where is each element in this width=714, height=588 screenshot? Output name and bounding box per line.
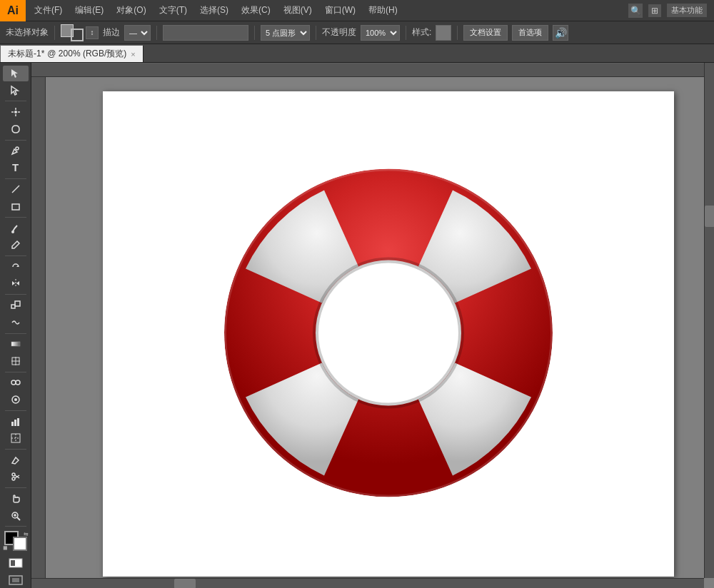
tool-sep-5 (5, 255, 26, 256)
doc-settings-button[interactable]: 文档设置 (463, 25, 508, 41)
slice-tool[interactable] (3, 430, 29, 446)
chart-tool[interactable] (3, 414, 29, 430)
canvas-paper (103, 91, 674, 577)
menu-window[interactable]: 窗口(W) (319, 1, 361, 19)
tab-info: @ 200% (RGB/预览) (47, 48, 126, 60)
svg-line-32 (17, 517, 20, 520)
scrollbar-thumb-h[interactable] (174, 579, 196, 588)
ai-logo[interactable]: Ai (0, 0, 26, 21)
separator-2 (156, 26, 157, 40)
svg-point-28 (12, 477, 15, 480)
mesh-tool[interactable] (3, 353, 29, 369)
scissors-tool[interactable] (3, 470, 29, 485)
type-tool[interactable]: T (3, 160, 29, 176)
lifepreserver-container (210, 155, 567, 514)
tool-sep-8 (5, 372, 26, 372)
pen-tool[interactable] (3, 143, 29, 158)
color-switcher: ⇆ ◼ (3, 531, 29, 551)
separator-1 (54, 26, 55, 40)
svg-rect-36 (11, 560, 15, 566)
tab-close-button[interactable]: × (131, 50, 135, 59)
options-bar: 未选择对象 ↕ 描边 — 5 点圆形 不透明度 100% 样式: 文档设置 首选… (0, 21, 714, 44)
warp-tool[interactable] (3, 315, 29, 330)
tab-title: 未标题-1* (8, 48, 44, 60)
menu-view[interactable]: 视图(V) (278, 1, 318, 19)
color-fg-bg (61, 24, 84, 41)
select-tool[interactable] (3, 66, 29, 81)
rect-tool[interactable] (3, 198, 29, 214)
type-icon: T (12, 161, 19, 173)
svg-rect-13 (11, 342, 20, 346)
scale-tool[interactable] (3, 298, 29, 313)
scrollbar-vertical[interactable] (704, 63, 714, 578)
tool-sep-1 (5, 101, 26, 101)
swap-colors-icon[interactable]: ⇆ (24, 531, 29, 537)
svg-rect-22 (14, 420, 16, 426)
speaker-icon[interactable]: 🔊 (553, 25, 568, 41)
zoom-tool[interactable] (3, 508, 29, 524)
rotate-tool[interactable] (3, 259, 29, 275)
default-colors-icon[interactable]: ◼ (3, 544, 8, 551)
tool-sep-7 (5, 333, 26, 334)
opacity-label: 不透明度 (322, 26, 356, 39)
search-icon[interactable]: 🔍 (628, 4, 643, 18)
scrollbar-horizontal[interactable] (31, 578, 704, 588)
background-color[interactable] (13, 537, 27, 551)
lifepreserver-svg (210, 155, 567, 512)
ruler-horizontal (31, 63, 704, 77)
scrollbar-thumb-v[interactable] (705, 206, 714, 227)
menu-edit[interactable]: 编辑(E) (69, 1, 109, 19)
tab-bar: 未标题-1* @ 200% (RGB/预览) × (0, 44, 714, 63)
workspace-selector[interactable]: 基本功能 (667, 4, 707, 17)
preferences-button[interactable]: 首选项 (512, 25, 548, 41)
separator-4 (316, 26, 316, 40)
eraser-tool[interactable] (3, 452, 29, 468)
menu-effect[interactable]: 效果(C) (236, 1, 276, 19)
opacity-select[interactable]: 100% (361, 25, 400, 41)
tool-sep-9 (5, 410, 26, 411)
main-layout: T (0, 63, 714, 588)
magic-wand-tool[interactable] (3, 104, 29, 120)
menu-type[interactable]: 文字(T) (154, 1, 193, 19)
tool-sep-10 (5, 449, 26, 450)
grid-icon[interactable]: ⊞ (648, 4, 661, 17)
tool-sep-2 (5, 140, 26, 141)
style-swatch[interactable] (436, 25, 451, 41)
stroke-select[interactable]: — (124, 25, 151, 41)
stroke-value-input[interactable] (163, 25, 248, 41)
menu-select[interactable]: 选择(S) (194, 1, 234, 19)
line-tool[interactable] (3, 182, 29, 198)
svg-point-20 (14, 398, 17, 401)
menu-file[interactable]: 文件(F) (29, 1, 68, 19)
direct-select-tool[interactable] (3, 83, 29, 98)
tool-sep-11 (5, 487, 26, 488)
separator-5 (406, 26, 406, 40)
tool-sep-4 (5, 217, 26, 218)
paintbrush-tool[interactable] (3, 220, 29, 236)
lasso-tool[interactable] (3, 121, 29, 137)
document-tab[interactable]: 未标题-1* @ 200% (RGB/预览) × (0, 45, 144, 62)
stroke-arrow-icon[interactable]: ↕ (86, 26, 99, 39)
svg-rect-12 (15, 301, 20, 306)
svg-point-4 (14, 111, 17, 113)
menu-help[interactable]: 帮助(H) (363, 1, 403, 19)
ruler-vertical (31, 77, 46, 578)
symbol-tool[interactable] (3, 392, 29, 407)
menu-object[interactable]: 对象(O) (111, 1, 151, 19)
tool-sep-6 (5, 294, 26, 295)
no-selection-label: 未选择对象 (6, 26, 49, 39)
point-shape-select[interactable]: 5 点圆形 (261, 25, 310, 41)
stroke-color-swatch[interactable] (71, 29, 84, 41)
menu-bar: Ai 文件(F) 编辑(E) 对象(O) 文字(T) 选择(S) 效果(C) 视… (0, 0, 714, 21)
pencil-tool[interactable] (3, 237, 29, 253)
gradient-tool[interactable] (3, 336, 29, 352)
screen-mode-selector[interactable] (3, 572, 29, 588)
blend-tool[interactable] (3, 375, 29, 391)
svg-rect-38 (12, 578, 19, 582)
fill-selector[interactable] (3, 555, 29, 571)
mirror-tool[interactable] (3, 276, 29, 292)
menu-right: 🔍 ⊞ 基本功能 (628, 4, 714, 18)
toolbar: T (0, 63, 31, 588)
hand-tool[interactable] (3, 491, 29, 507)
svg-rect-7 (12, 204, 19, 210)
